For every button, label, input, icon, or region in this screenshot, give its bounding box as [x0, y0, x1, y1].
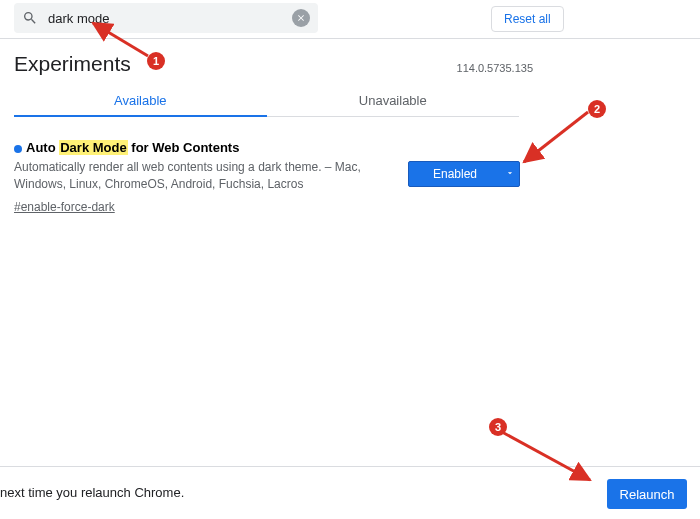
annotation-overlay: 1 2 3 [0, 0, 700, 519]
svg-line-1 [524, 112, 588, 162]
search-icon [22, 10, 38, 26]
clear-search-icon[interactable] [292, 9, 310, 27]
reset-all-button[interactable]: Reset all [491, 6, 564, 32]
tab-available-label: Available [114, 93, 167, 108]
relaunch-button[interactable]: Relaunch [607, 479, 687, 509]
annotation-badge-3: 3 [489, 418, 507, 436]
top-bar: Reset all [0, 0, 700, 39]
flag-title: Auto Dark Mode for Web Contents [14, 140, 384, 155]
search-box[interactable] [14, 3, 318, 33]
tab-bar: Available Unavailable [14, 86, 519, 117]
modified-indicator-icon [14, 145, 22, 153]
flag-permalink[interactable]: #enable-force-dark [14, 200, 115, 214]
flag-state-select[interactable]: Enabled [408, 161, 520, 187]
flag-state-value: Enabled [409, 167, 501, 181]
chevron-down-icon [501, 167, 519, 181]
annotation-badge-2: 2 [588, 100, 606, 118]
tab-available[interactable]: Available [14, 86, 267, 116]
annotation-badge-1: 1 [147, 52, 165, 70]
search-input[interactable] [46, 10, 284, 27]
relaunch-bar: next time you relaunch Chrome. Relaunch [0, 466, 700, 519]
search-match-highlight: Dark Mode [59, 140, 127, 155]
tab-unavailable[interactable]: Unavailable [267, 86, 520, 116]
relaunch-message: next time you relaunch Chrome. [0, 485, 184, 500]
relaunch-button-label: Relaunch [620, 487, 675, 502]
tab-unavailable-label: Unavailable [359, 93, 427, 108]
version-label: 114.0.5735.135 [457, 62, 533, 74]
page-title: Experiments [14, 52, 131, 76]
flag-description: Automatically render all web contents us… [14, 159, 384, 193]
reset-all-label: Reset all [504, 12, 551, 26]
